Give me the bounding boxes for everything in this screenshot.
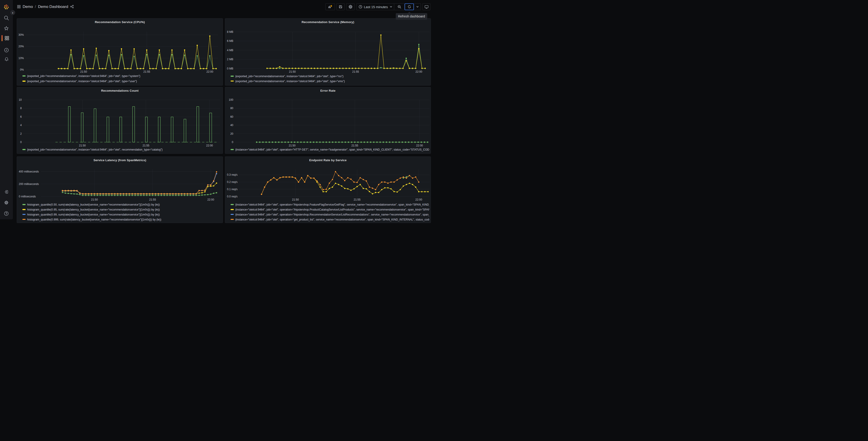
svg-text:21:50: 21:50: [292, 198, 299, 201]
svg-text:60: 60: [230, 115, 234, 118]
svg-text:2: 2: [20, 132, 22, 136]
svg-text:21:55: 21:55: [143, 70, 150, 74]
svg-text:21:55: 21:55: [143, 144, 149, 147]
svg-text:0 MB: 0 MB: [227, 67, 233, 70]
svg-text:22:00: 22:00: [416, 144, 423, 147]
svg-text:30%: 30%: [18, 33, 24, 36]
svg-text:80: 80: [230, 107, 234, 110]
svg-text:10: 10: [19, 98, 22, 101]
svg-text:0.1 req/s: 0.1 req/s: [227, 188, 238, 191]
svg-text:22:00: 22:00: [207, 198, 214, 201]
svg-text:4: 4: [20, 124, 22, 127]
svg-text:21:50: 21:50: [79, 144, 86, 147]
svg-text:21:50: 21:50: [289, 70, 296, 74]
svg-text:21:50: 21:50: [91, 198, 98, 201]
svg-text:200 milliseconds: 200 milliseconds: [19, 182, 39, 185]
svg-text:21:50: 21:50: [80, 70, 87, 74]
svg-text:4 MB: 4 MB: [227, 49, 233, 52]
svg-text:0%: 0%: [20, 68, 24, 71]
svg-text:6 MB: 6 MB: [227, 39, 233, 42]
svg-text:10%: 10%: [18, 56, 24, 60]
svg-text:2 MB: 2 MB: [227, 58, 233, 61]
svg-text:8 MB: 8 MB: [227, 30, 233, 33]
svg-text:0.2 req/s: 0.2 req/s: [227, 180, 238, 184]
svg-text:22:00: 22:00: [415, 198, 422, 201]
svg-text:40: 40: [230, 124, 234, 127]
svg-text:400 milliseconds: 400 milliseconds: [19, 170, 39, 173]
svg-text:0 milliseconds: 0 milliseconds: [19, 195, 36, 198]
svg-text:21:55: 21:55: [352, 70, 359, 74]
svg-text:8: 8: [20, 107, 22, 110]
svg-text:20%: 20%: [18, 45, 24, 48]
svg-text:21:55: 21:55: [354, 198, 361, 201]
svg-text:22:00: 22:00: [206, 144, 213, 147]
svg-text:0.3 req/s: 0.3 req/s: [227, 173, 238, 176]
svg-text:0: 0: [20, 141, 22, 144]
svg-text:0.0 req/s: 0.0 req/s: [227, 195, 238, 198]
svg-text:0: 0: [232, 141, 233, 144]
svg-text:100: 100: [229, 98, 233, 101]
svg-text:21:50: 21:50: [289, 144, 296, 147]
svg-text:21:55: 21:55: [351, 144, 358, 147]
svg-text:21:55: 21:55: [149, 198, 156, 201]
svg-text:22:00: 22:00: [206, 70, 213, 74]
svg-text:22:00: 22:00: [415, 70, 422, 74]
svg-text:6: 6: [20, 115, 22, 118]
svg-text:20: 20: [230, 132, 234, 136]
